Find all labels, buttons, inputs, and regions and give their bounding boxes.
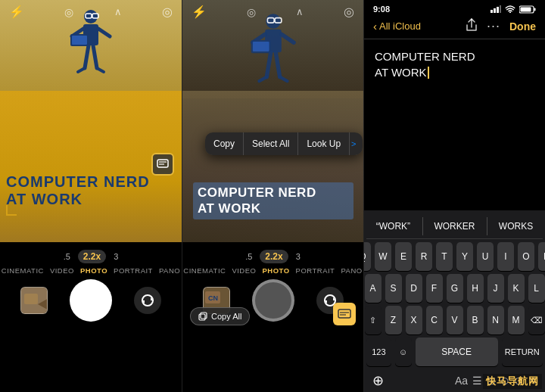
- lt-zoom-05[interactable]: .5: [245, 252, 252, 261]
- share-icon[interactable]: [466, 18, 478, 34]
- key-c[interactable]: C: [426, 306, 443, 334]
- flip-camera-button[interactable]: [134, 287, 161, 314]
- lt-mode-photo[interactable]: PHOTO: [262, 266, 289, 275]
- key-u[interactable]: U: [477, 242, 494, 271]
- key-r[interactable]: R: [416, 242, 432, 271]
- live-text-button[interactable]: [151, 153, 174, 176]
- context-copy[interactable]: Copy: [205, 132, 244, 155]
- text-cursor: [428, 67, 429, 79]
- wifi-icon: [505, 5, 515, 13]
- lt-mode-portrait[interactable]: PORTRAIT: [296, 266, 335, 275]
- lt-mode-video[interactable]: VIDEO: [232, 266, 256, 275]
- predictive-word-2[interactable]: WORKER: [426, 219, 482, 234]
- live-text-active-button[interactable]: [333, 303, 356, 325]
- context-more-icon[interactable]: >: [350, 133, 362, 154]
- scan-circle-icon-2[interactable]: ◎: [344, 5, 354, 19]
- note-text-line2: AT WORK: [375, 64, 534, 80]
- keyboard-row-3: ⇧ Z X C V B N M ⌫: [366, 306, 543, 334]
- key-y[interactable]: Y: [456, 242, 473, 271]
- backspace-key[interactable]: ⌫: [528, 306, 545, 334]
- predictive-bar: “WORK” WORKER WORKS: [366, 213, 543, 239]
- divider-2: [487, 217, 487, 235]
- format-list-icon[interactable]: ☰: [472, 375, 482, 387]
- notes-status-bar: 9:08: [364, 0, 545, 15]
- key-p[interactable]: P: [538, 242, 545, 271]
- notes-panel: 9:08 ‹ All iClo: [363, 0, 545, 392]
- copy-all-button[interactable]: Copy All: [190, 307, 250, 325]
- live-circle-icon[interactable]: ◎: [64, 6, 73, 18]
- watermark: 快马导航网: [483, 374, 542, 389]
- key-l[interactable]: L: [528, 274, 545, 303]
- arrow-up-icon-2[interactable]: ∧: [296, 6, 304, 17]
- predictive-word-1[interactable]: “WORK”: [369, 219, 418, 234]
- mode-portrait[interactable]: PORTRAIT: [114, 266, 153, 275]
- context-menu: Copy Select All Look Up >: [205, 132, 363, 155]
- mode-video[interactable]: VIDEO: [50, 266, 74, 275]
- notes-nav-bar: ‹ All iCloud ··· Done: [364, 15, 545, 39]
- shutter-button[interactable]: [70, 279, 112, 322]
- lt-zoom-3[interactable]: 3: [296, 252, 301, 261]
- svg-rect-49: [521, 7, 531, 11]
- predictive-word-3[interactable]: WORKS: [491, 219, 540, 234]
- camera-top-bar: ⚡ ◎ ∧ ◎: [0, 0, 182, 23]
- scan-circle-icon[interactable]: ◎: [162, 5, 173, 19]
- key-n[interactable]: N: [487, 306, 504, 334]
- key-s[interactable]: S: [385, 274, 402, 303]
- sign-text: COMPUTER NERD AT WORK: [6, 173, 176, 208]
- mode-cinematic[interactable]: CINEMATIC: [2, 266, 44, 275]
- key-o[interactable]: O: [518, 242, 534, 271]
- key-t[interactable]: T: [436, 242, 453, 271]
- flash-icon[interactable]: ⚡: [9, 5, 24, 19]
- back-chevron-icon: ‹: [373, 20, 377, 33]
- key-a[interactable]: A: [365, 274, 382, 303]
- lt-mode-cinematic[interactable]: CINEMATIC: [183, 266, 226, 275]
- key-v[interactable]: V: [447, 306, 463, 334]
- done-button[interactable]: Done: [509, 20, 536, 33]
- key-e[interactable]: E: [395, 242, 412, 271]
- note-content[interactable]: COMPUTER NERD AT WORK: [364, 39, 545, 210]
- svg-rect-17: [24, 294, 38, 304]
- space-key[interactable]: space: [416, 338, 498, 366]
- font-size-icon[interactable]: Aa: [455, 375, 468, 387]
- zoom-05[interactable]: .5: [64, 252, 70, 261]
- zoom-22x[interactable]: 2.2x: [78, 250, 106, 263]
- key-g[interactable]: G: [447, 274, 463, 303]
- key-f[interactable]: F: [426, 274, 443, 303]
- key-k[interactable]: K: [508, 274, 525, 303]
- live-circle-icon-2[interactable]: ◎: [247, 6, 256, 18]
- key-x[interactable]: X: [406, 306, 422, 334]
- context-look-up[interactable]: Look Up: [298, 132, 350, 155]
- key-w[interactable]: W: [375, 242, 391, 271]
- globe-icon[interactable]: ⊕: [372, 372, 384, 389]
- lt-zoom-22x[interactable]: 2.2x: [260, 250, 288, 263]
- arrow-up-icon[interactable]: ∧: [114, 6, 122, 17]
- livetext-zoom-row: .5 2.2x 3: [245, 250, 301, 263]
- return-key[interactable]: return: [502, 338, 543, 366]
- notes-back-button[interactable]: ‹ All iCloud: [373, 20, 421, 33]
- key-h[interactable]: H: [467, 274, 484, 303]
- mode-pano[interactable]: PANO: [159, 266, 180, 275]
- key-j[interactable]: J: [487, 274, 504, 303]
- key-b[interactable]: B: [467, 306, 484, 334]
- svg-rect-39: [201, 313, 207, 319]
- context-select-all[interactable]: Select All: [244, 132, 298, 155]
- key-m[interactable]: M: [508, 306, 525, 334]
- livetext-top-bar: ⚡ ◎ ∧ ◎: [182, 0, 363, 23]
- numbers-key[interactable]: 123: [366, 338, 391, 366]
- livetext-viewfinder: COMPUTER NERD AT WORK Copy Select All Lo…: [182, 0, 363, 242]
- mode-photo[interactable]: PHOTO: [80, 266, 107, 275]
- lt-mode-pano[interactable]: PANO: [341, 266, 362, 275]
- zoom-3[interactable]: 3: [114, 252, 118, 261]
- key-d[interactable]: D: [406, 274, 422, 303]
- emoji-key[interactable]: ☺: [395, 338, 412, 366]
- lt-shutter-button[interactable]: [252, 279, 294, 322]
- shift-key[interactable]: ⇧: [365, 306, 382, 334]
- key-q[interactable]: Q: [363, 242, 371, 271]
- more-icon[interactable]: ···: [487, 18, 500, 34]
- flash-icon-2[interactable]: ⚡: [192, 5, 207, 19]
- svg-rect-40: [338, 310, 350, 318]
- key-i[interactable]: I: [497, 242, 514, 271]
- photo-thumbnail[interactable]: [20, 287, 48, 314]
- key-z[interactable]: Z: [385, 306, 402, 334]
- camera-bottom-row: [0, 279, 182, 322]
